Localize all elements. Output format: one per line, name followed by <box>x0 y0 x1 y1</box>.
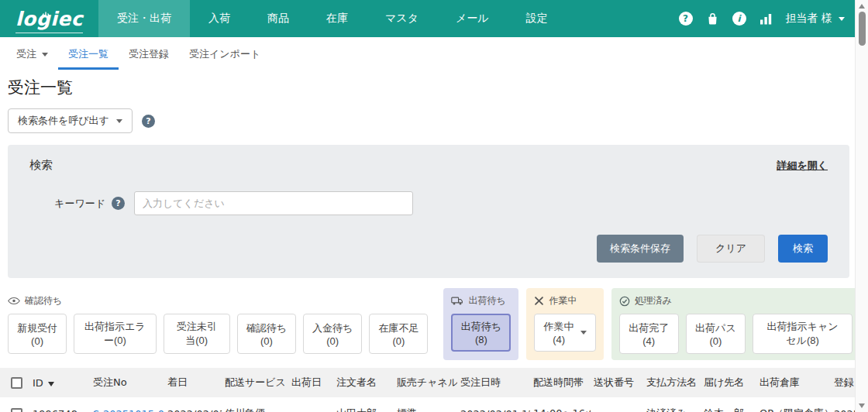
cell-orderer: 山田太郎 <box>333 397 394 412</box>
column-header-warehouse: 出荷倉庫 <box>756 368 831 397</box>
order-no-link[interactable]: S-20251015-002 <box>93 408 164 412</box>
cell-delivery-time: 14:00〜16:00 <box>530 397 591 412</box>
chevron-down-icon <box>580 331 587 335</box>
cell-warehouse: OP（限定倉庫） <box>756 397 831 412</box>
column-header-tracking-no: 送状番号 <box>591 368 643 397</box>
load-conditions-row: 検索条件を呼び出す <box>0 108 868 133</box>
app-header: logiec 受注・出荷 入荷 商品 在庫 マスタ メール 設定 担当者 様 <box>0 0 868 37</box>
scroll-up-arrow-icon[interactable] <box>859 4 865 9</box>
open-details-link[interactable]: 詳細を開く <box>777 159 828 173</box>
column-header-recipient: 届け先名 <box>701 368 756 397</box>
status-group-processed: 処理済み 出荷完了(4) 出荷パス(0) 出荷指示キャンセル(8) <box>611 288 860 360</box>
status-group-ship-waiting: 出荷待ち 出荷待ち(8) <box>443 288 518 360</box>
cell-recipient: 鈴木一郎 <box>701 397 756 412</box>
search-panel: 検索 詳細を開く キーワード 検索条件保存 クリア 検索 <box>8 145 849 278</box>
nav-item-stock[interactable]: 在庫 <box>308 0 367 37</box>
filter-ship-waiting[interactable]: 出荷待ち(8) <box>451 314 511 352</box>
signal-bars-icon[interactable] <box>760 12 773 25</box>
status-group-working: 作業中 作業中(4) <box>526 288 603 360</box>
select-all-checkbox[interactable] <box>11 377 22 389</box>
table-row: 1996748 S-20251015-002 2022/02/03 佐川急便 山… <box>0 397 856 412</box>
column-header-registered: 登録日 <box>831 368 856 397</box>
nav-item-products[interactable]: 商品 <box>249 0 308 37</box>
help-icon[interactable] <box>142 115 155 128</box>
eye-icon <box>8 297 20 305</box>
help-icon[interactable] <box>112 197 125 210</box>
cell-order-datetime: 2022/02/01 12:09 <box>457 397 530 412</box>
chevron-down-icon <box>116 119 122 123</box>
clear-button[interactable]: クリア <box>697 235 765 263</box>
logo[interactable]: logiec <box>0 9 98 29</box>
filter-payment-waiting[interactable]: 入金待ち(0) <box>303 314 362 354</box>
column-header-order-no: 受注No <box>90 368 164 397</box>
cell-payment: 決済済み <box>643 397 701 412</box>
check-circle-icon <box>619 296 630 307</box>
sub-nav-tabs: 受注 受注一覧 受注登録 受注インポート <box>0 37 868 70</box>
column-header-payment: 支払方法名 <box>643 368 701 397</box>
cell-delivery-service: 佐川急便 <box>222 397 288 412</box>
column-header-id[interactable]: ID <box>29 368 90 397</box>
load-search-conditions-button[interactable]: 検索条件を呼び出す <box>8 108 133 133</box>
cell-order-no: S-20251015-002 <box>90 397 164 412</box>
truck-icon <box>451 296 463 306</box>
bag-icon[interactable] <box>706 12 719 26</box>
filter-ship-instruction-error[interactable]: 出荷指示エラー(0) <box>74 314 157 354</box>
save-search-conditions-button[interactable]: 検索条件保存 <box>597 235 684 263</box>
cell-tracking-no <box>591 397 643 412</box>
column-header-ship-date: 出荷日 <box>288 368 333 397</box>
chevron-down-icon <box>839 17 845 21</box>
chevron-down-icon <box>42 53 48 57</box>
column-header-delivery-service: 配送サービス <box>222 368 288 397</box>
nav-item-inbound[interactable]: 入荷 <box>190 0 249 37</box>
cell-arrival-date: 2022/02/03 <box>164 397 222 412</box>
keyword-label: キーワード <box>29 197 105 211</box>
vertical-scrollbar[interactable] <box>855 0 868 412</box>
tab-order-list[interactable]: 受注一覧 <box>58 37 119 70</box>
filter-stock-shortage[interactable]: 在庫不足(0) <box>369 314 428 354</box>
tab-order-entry[interactable]: 受注登録 <box>119 37 179 70</box>
tab-orders-menu[interactable]: 受注 <box>6 37 58 70</box>
filter-working[interactable]: 作業中(4) <box>534 314 595 352</box>
filter-unallocated[interactable]: 受注未引当(0) <box>164 314 230 354</box>
scrollbar-thumb[interactable] <box>859 12 866 46</box>
filter-ship-complete[interactable]: 出荷完了(4) <box>619 314 679 354</box>
info-icon[interactable] <box>732 12 746 26</box>
cell-registered: 2025/ <box>831 397 856 412</box>
filter-new-reception[interactable]: 新規受付(0) <box>8 314 67 354</box>
tools-icon <box>534 296 544 306</box>
tab-order-import[interactable]: 受注インポート <box>179 37 270 70</box>
main-nav: 受注・出荷 入荷 商品 在庫 マスタ メール 設定 <box>98 0 567 37</box>
status-filter-row: 確認待ち 新規受付(0) 出荷指示エラー(0) 受注未引当(0) 確認待ち(0)… <box>0 288 868 360</box>
status-group-confirm-waiting: 確認待ち 新規受付(0) 出荷指示エラー(0) 受注未引当(0) 確認待ち(0)… <box>8 288 436 360</box>
column-header-order-datetime: 受注日時 <box>457 368 530 397</box>
sort-desc-icon <box>48 382 54 386</box>
column-header-channel: 販売チャネル <box>394 368 457 397</box>
nav-item-settings[interactable]: 設定 <box>508 0 567 37</box>
column-header-orderer: 注文者名 <box>333 368 394 397</box>
help-icon[interactable] <box>679 12 693 26</box>
column-header-arrival-date: 着日 <box>164 368 222 397</box>
column-header-delivery-time: 配送時間帯 <box>530 368 591 397</box>
cell-id: 1996748 <box>29 397 90 412</box>
nav-item-orders-shipping[interactable]: 受注・出荷 <box>98 0 190 37</box>
search-button[interactable]: 検索 <box>778 235 828 263</box>
nav-item-master[interactable]: マスタ <box>367 0 437 37</box>
user-name: 担当者 様 <box>786 12 832 26</box>
page-title: 受注一覧 <box>0 77 868 98</box>
keyword-input[interactable] <box>134 191 413 215</box>
filter-ship-instruction-cancel[interactable]: 出荷指示キャンセル(8) <box>753 314 852 354</box>
filter-confirm-waiting[interactable]: 確認待ち(0) <box>237 314 296 354</box>
table-header-row: ID 受注No 着日 配送サービス 出荷日 注文者名 販売チャネル 受注日時 配… <box>0 368 856 397</box>
search-panel-title: 検索 <box>29 158 53 173</box>
scroll-down-arrow-icon[interactable] <box>859 403 865 408</box>
cell-channel: 標準 <box>394 397 457 412</box>
row-checkbox[interactable] <box>11 408 22 412</box>
cell-ship-date <box>288 397 333 412</box>
orders-table: ID 受注No 着日 配送サービス 出荷日 注文者名 販売チャネル 受注日時 配… <box>0 368 856 412</box>
logo-rays-icon <box>40 12 51 18</box>
nav-item-mail[interactable]: メール <box>437 0 508 37</box>
header-actions: 担当者 様 <box>679 12 868 26</box>
filter-ship-pass[interactable]: 出荷パス(0) <box>686 314 746 354</box>
user-menu[interactable]: 担当者 様 <box>786 12 845 26</box>
